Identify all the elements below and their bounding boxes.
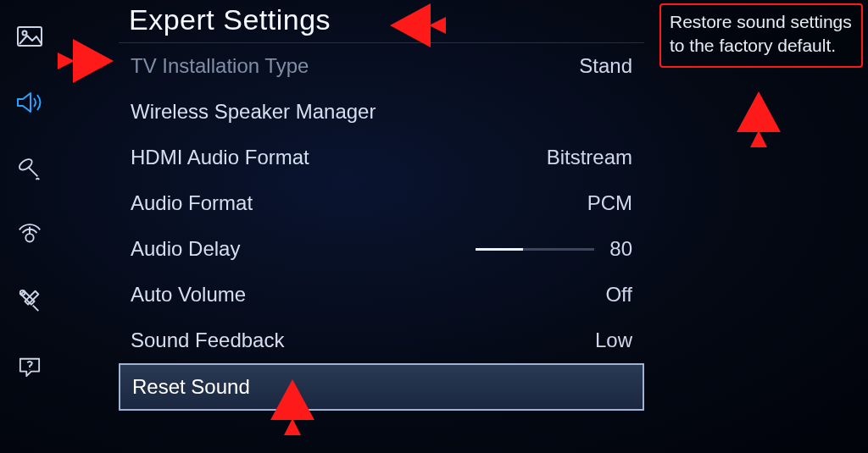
- slider-track: [476, 248, 594, 251]
- slider-fill: [476, 248, 523, 251]
- audio-delay-slider[interactable]: 80: [476, 237, 632, 261]
- row-value: Stand: [579, 54, 632, 78]
- row-hdmi-audio-format[interactable]: HDMI Audio Format Bitstream: [119, 135, 644, 180]
- row-label: Audio Delay: [131, 237, 476, 261]
- row-auto-volume[interactable]: Auto Volume Off: [119, 272, 644, 318]
- settings-list: TV Installation Type Stand Wireless Spea…: [119, 43, 644, 411]
- help-description-box: Restore sound settings to the factory de…: [659, 3, 863, 68]
- row-label: Audio Format: [131, 191, 587, 215]
- settings-sidebar: [0, 0, 59, 453]
- row-label: TV Installation Type: [131, 54, 579, 78]
- row-value: Bitstream: [547, 146, 632, 169]
- row-label: Wireless Speaker Manager: [131, 100, 632, 124]
- row-audio-format[interactable]: Audio Format PCM: [119, 180, 644, 226]
- row-label: Sound Feedback: [131, 329, 595, 352]
- row-sound-feedback[interactable]: Sound Feedback Low: [119, 318, 644, 363]
- network-icon[interactable]: [15, 222, 44, 247]
- row-value: PCM: [587, 191, 632, 215]
- svg-point-3: [25, 234, 33, 241]
- page-title: Expert Settings: [119, 0, 644, 43]
- row-value: Low: [595, 329, 632, 352]
- row-label: Reset Sound: [132, 375, 631, 399]
- system-icon[interactable]: [15, 288, 44, 313]
- broadcast-icon[interactable]: [15, 156, 44, 181]
- settings-panel: Expert Settings TV Installation Type Sta…: [119, 0, 644, 453]
- row-value: 80: [609, 237, 632, 261]
- sound-icon[interactable]: [15, 90, 44, 115]
- row-reset-sound[interactable]: Reset Sound: [119, 363, 644, 411]
- row-tv-installation-type[interactable]: TV Installation Type Stand: [119, 43, 644, 89]
- support-icon[interactable]: [15, 354, 44, 379]
- svg-point-1: [23, 31, 27, 36]
- row-wireless-speaker-manager[interactable]: Wireless Speaker Manager: [119, 89, 644, 135]
- row-audio-delay[interactable]: Audio Delay 80: [119, 226, 644, 272]
- row-label: HDMI Audio Format: [131, 146, 547, 169]
- row-value: Off: [605, 283, 632, 307]
- help-description-text: Restore sound settings to the factory de…: [670, 12, 852, 55]
- row-label: Auto Volume: [131, 283, 605, 307]
- picture-icon[interactable]: [15, 24, 44, 49]
- svg-point-5: [29, 369, 30, 370]
